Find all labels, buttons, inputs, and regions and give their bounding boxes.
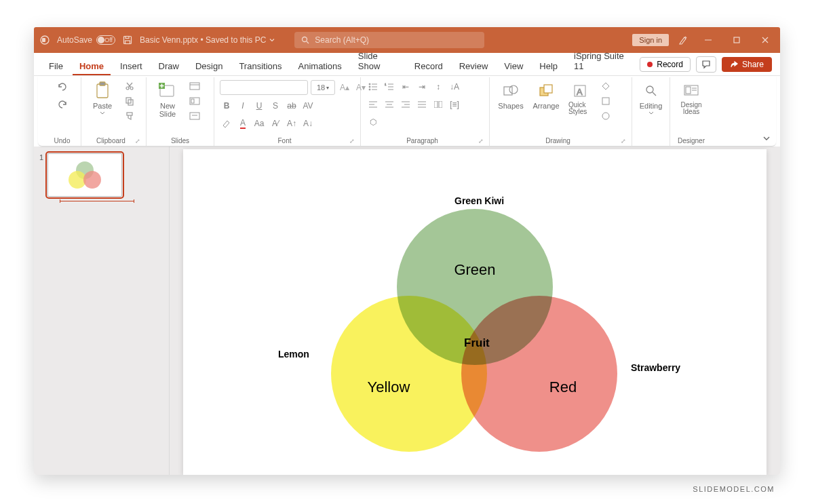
line-spacing-button[interactable]: ↕ [431, 80, 445, 94]
italic-button[interactable]: I [236, 99, 250, 113]
document-title[interactable]: Basic Venn.pptx • Saved to this PC [140, 35, 275, 45]
quick-styles-button[interactable]: A Quick Styles [566, 80, 594, 117]
design-ideas-icon [682, 81, 701, 100]
group-clipboard: Paste Clipboard ⤢ [81, 77, 147, 146]
char-spacing-button[interactable]: AV [301, 99, 315, 113]
columns-button[interactable] [431, 98, 445, 111]
maximize-button[interactable] [727, 32, 746, 48]
title-bar: AutoSave Off Basic Venn.pptx • Saved to … [34, 27, 780, 53]
cut-button[interactable] [122, 80, 137, 92]
venn-diagram[interactable]: Green Kiwi Lemon Strawberry Green Yellow… [298, 195, 651, 475]
increase-font-button[interactable]: A▴ [338, 81, 351, 94]
slide-editor[interactable]: Green Kiwi Lemon Strawberry Green Yellow… [170, 147, 780, 475]
venn-outer-label-right[interactable]: Strawberry [631, 362, 680, 373]
clear-format-button[interactable]: A⁄ [269, 117, 282, 130]
indent-left-button[interactable]: ⇤ [399, 80, 412, 94]
grow-font-button[interactable]: A↑ [285, 117, 298, 130]
comment-icon [701, 60, 711, 69]
change-case-button[interactable]: Aa [252, 117, 266, 130]
tab-review[interactable]: Review [452, 57, 495, 75]
undo-button[interactable] [56, 80, 69, 94]
new-slide-button[interactable]: New Slide [152, 80, 183, 119]
signin-button[interactable]: Sign in [632, 34, 669, 46]
text-direction-button[interactable]: ↓A [448, 80, 461, 94]
drawing-launcher[interactable]: ⤢ [621, 138, 626, 144]
tab-ispring[interactable]: iSpring Suite 11 [567, 47, 637, 75]
arrange-button[interactable]: Arrange [530, 80, 562, 111]
tab-slideshow[interactable]: Slide Show [351, 47, 405, 75]
comments-button[interactable] [696, 56, 716, 73]
indent-right-button[interactable]: ⇥ [415, 80, 429, 94]
shape-fill-button[interactable] [598, 80, 613, 92]
tab-animations[interactable]: Animations [292, 57, 349, 75]
shapes-icon [501, 81, 520, 100]
editing-button[interactable]: Editing [637, 80, 665, 117]
shrink-font-button[interactable]: A↓ [301, 117, 315, 130]
save-icon[interactable] [122, 35, 133, 45]
slide-thumbnail-1[interactable] [47, 153, 122, 197]
quick-styles-icon: A [570, 81, 589, 100]
svg-rect-27 [191, 99, 194, 103]
strikethrough-button[interactable]: ab [285, 99, 298, 113]
copy-button[interactable] [122, 95, 137, 107]
tab-file[interactable]: File [42, 57, 70, 75]
autosave-label: AutoSave [57, 35, 92, 45]
paste-button[interactable]: Paste [87, 80, 118, 117]
format-painter-button[interactable] [122, 110, 137, 122]
share-button[interactable]: Share [722, 57, 772, 72]
align-right-button[interactable] [399, 98, 412, 111]
close-button[interactable] [756, 32, 775, 48]
justify-button[interactable] [415, 98, 429, 111]
align-left-button[interactable] [366, 98, 380, 111]
clipboard-launcher[interactable]: ⤢ [135, 138, 140, 144]
tab-design[interactable]: Design [189, 57, 229, 75]
highlight-button[interactable] [220, 117, 233, 130]
venn-center-label[interactable]: Fruit [464, 336, 490, 350]
font-family-dropdown[interactable] [220, 80, 308, 95]
tab-home[interactable]: Home [73, 57, 111, 75]
bold-button[interactable]: B [220, 99, 233, 113]
shape-effects-button[interactable] [598, 110, 613, 122]
tab-transitions[interactable]: Transitions [232, 57, 288, 75]
tab-help[interactable]: Help [532, 57, 564, 75]
tab-insert[interactable]: Insert [113, 57, 149, 75]
shape-outline-button[interactable] [598, 95, 613, 107]
section-button[interactable] [187, 110, 202, 122]
align-text-button[interactable]: [≡] [448, 98, 461, 111]
design-ideas-button[interactable]: Design Ideas [676, 80, 707, 117]
font-color-button[interactable]: A [236, 117, 250, 130]
group-paragraph: 1 ⇤ ⇥ ↕ ↓A [≡] ⬡ P [361, 77, 490, 146]
font-size-dropdown[interactable]: 18▾ [311, 80, 335, 95]
underline-button[interactable]: U [252, 99, 266, 113]
slide-thumbnail-pane[interactable]: 1 [34, 147, 170, 475]
redo-button[interactable] [56, 98, 69, 111]
chevron-down-icon [100, 111, 105, 115]
slide-canvas[interactable]: Green Kiwi Lemon Strawberry Green Yellow… [183, 149, 767, 475]
paragraph-launcher[interactable]: ⤢ [478, 138, 484, 144]
search-input[interactable]: Search (Alt+Q) [294, 32, 484, 48]
minimize-button[interactable] [699, 32, 718, 48]
tab-record[interactable]: Record [408, 57, 450, 75]
bullets-button[interactable] [366, 80, 380, 94]
arrange-icon [537, 81, 556, 100]
svg-rect-8 [734, 37, 739, 43]
shadow-button[interactable]: S [269, 99, 282, 113]
tab-draw[interactable]: Draw [152, 57, 186, 75]
smartart-button[interactable]: ⬡ [366, 115, 380, 129]
record-button[interactable]: Record [640, 57, 691, 72]
autosave-toggle[interactable]: AutoSave Off [57, 35, 115, 45]
reset-button[interactable] [187, 95, 202, 107]
svg-rect-57 [544, 85, 552, 93]
tab-view[interactable]: View [497, 57, 530, 75]
font-launcher[interactable]: ⤢ [349, 138, 355, 144]
numbering-button[interactable]: 1 [383, 80, 396, 94]
collapse-ribbon-button[interactable] [762, 135, 771, 142]
group-label-drawing: Drawing [495, 136, 621, 144]
venn-circle-red[interactable]: Red [461, 296, 617, 452]
venn-outer-label-left[interactable]: Lemon [278, 349, 309, 360]
venn-outer-label-top[interactable]: Green Kiwi [454, 195, 504, 206]
coming-soon-icon[interactable] [678, 35, 689, 45]
layout-button[interactable] [187, 80, 202, 92]
shapes-button[interactable]: Shapes [495, 80, 526, 111]
align-center-button[interactable] [383, 98, 396, 111]
